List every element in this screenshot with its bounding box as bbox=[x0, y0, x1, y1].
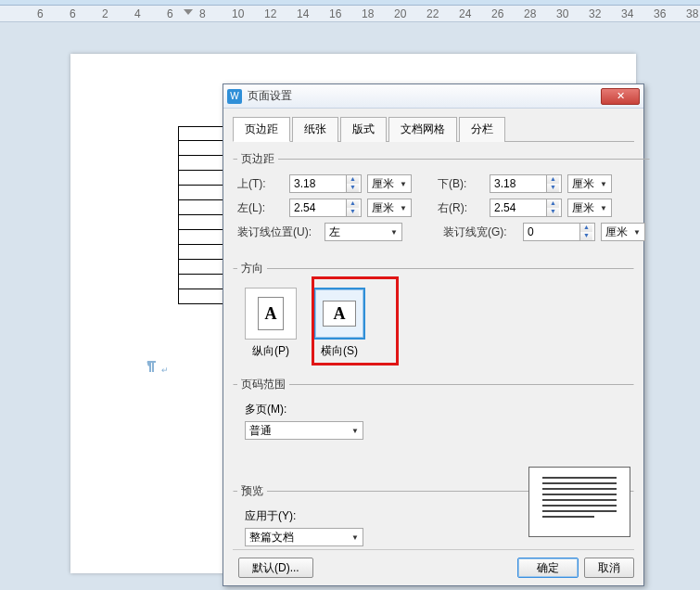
spin-down-icon[interactable]: ▼ bbox=[347, 208, 359, 216]
orientation-landscape[interactable]: A 横向(S) bbox=[313, 288, 365, 359]
paragraph-mark-icon: ↵ bbox=[146, 360, 169, 376]
tab-paper[interactable]: 纸张 bbox=[292, 117, 338, 142]
spin-up-icon[interactable]: ▲ bbox=[347, 175, 359, 184]
horizontal-ruler: 662468101214161820222426283032343638 bbox=[0, 6, 700, 22]
tab-layout[interactable]: 版式 bbox=[340, 117, 387, 142]
preview-thumbnail bbox=[528, 467, 630, 537]
left-input[interactable] bbox=[290, 199, 346, 216]
spin-up-icon[interactable]: ▲ bbox=[547, 199, 559, 208]
chevron-down-icon: ▼ bbox=[633, 228, 641, 237]
tab-strip: 页边距 纸张 版式 文档网格 分栏 bbox=[233, 116, 634, 142]
right-label: 右(R): bbox=[438, 200, 486, 216]
gutter-width-spinner[interactable]: ▲▼ bbox=[523, 223, 595, 241]
tab-columns[interactable]: 分栏 bbox=[459, 117, 505, 142]
top-input[interactable] bbox=[290, 175, 346, 192]
gutter-pos-label: 装订线位置(U): bbox=[237, 224, 321, 240]
spin-down-icon[interactable]: ▼ bbox=[547, 208, 559, 216]
chevron-down-icon: ▼ bbox=[600, 204, 607, 212]
spin-down-icon[interactable]: ▼ bbox=[547, 184, 559, 192]
page-setup-dialog: W 页面设置 ✕ 页边距 纸张 版式 文档网格 分栏 页边距 上(T): ▲▼ … bbox=[223, 83, 644, 586]
portrait-icon: A bbox=[258, 297, 284, 330]
spin-up-icon[interactable]: ▲ bbox=[580, 224, 592, 232]
ruler-indent-marker[interactable] bbox=[184, 9, 193, 15]
margins-group: 页边距 上(T): ▲▼ 厘米▼ 下(B): ▲▼ 厘米▼ 左(L): ▲▼ 厘… bbox=[233, 151, 650, 251]
chevron-down-icon: ▼ bbox=[400, 204, 407, 212]
right-unit-combo[interactable]: 厘米▼ bbox=[567, 199, 612, 217]
orientation-legend: 方向 bbox=[237, 261, 267, 276]
top-unit-combo[interactable]: 厘米▼ bbox=[367, 174, 412, 193]
chevron-down-icon: ▼ bbox=[390, 228, 398, 237]
left-label: 左(L): bbox=[237, 200, 286, 216]
landscape-icon: A bbox=[323, 301, 356, 327]
chevron-down-icon: ▼ bbox=[351, 427, 359, 435]
preview-legend: 预览 bbox=[237, 483, 267, 499]
spin-down-icon[interactable]: ▼ bbox=[347, 184, 359, 192]
tab-grid[interactable]: 文档网格 bbox=[388, 117, 457, 142]
multipage-combo[interactable]: 普通▼ bbox=[245, 421, 363, 440]
gutter-pos-combo[interactable]: 左▼ bbox=[325, 223, 402, 241]
landscape-label: 横向(S) bbox=[313, 343, 365, 359]
default-button[interactable]: 默认(D)... bbox=[238, 558, 313, 578]
spin-up-icon[interactable]: ▲ bbox=[547, 175, 559, 184]
gutter-width-input[interactable] bbox=[524, 224, 579, 240]
dialog-title: 页面设置 bbox=[248, 88, 601, 104]
bottom-spinner[interactable]: ▲▼ bbox=[490, 174, 562, 193]
orientation-group: 方向 A 纵向(P) A 横向(S) bbox=[233, 261, 634, 367]
page-range-group: 页码范围 多页(M): 普通▼ bbox=[233, 377, 634, 446]
ok-button[interactable]: 确定 bbox=[517, 558, 579, 578]
bottom-input[interactable] bbox=[490, 175, 546, 192]
orientation-portrait[interactable]: A 纵向(P) bbox=[245, 288, 297, 359]
left-unit-combo[interactable]: 厘米▼ bbox=[367, 199, 412, 217]
chevron-down-icon: ▼ bbox=[600, 180, 607, 188]
apply-to-combo[interactable]: 整篇文档▼ bbox=[245, 528, 363, 546]
bottom-unit-combo[interactable]: 厘米▼ bbox=[567, 174, 612, 193]
chevron-down-icon: ▼ bbox=[400, 180, 407, 188]
left-spinner[interactable]: ▲▼ bbox=[289, 199, 362, 217]
top-label: 上(T): bbox=[237, 176, 286, 192]
cancel-button[interactable]: 取消 bbox=[584, 558, 634, 578]
portrait-label: 纵向(P) bbox=[245, 343, 297, 359]
spin-down-icon[interactable]: ▼ bbox=[580, 232, 592, 240]
dialog-titlebar[interactable]: W 页面设置 ✕ bbox=[223, 84, 643, 109]
spin-up-icon[interactable]: ▲ bbox=[347, 199, 359, 208]
page-range-legend: 页码范围 bbox=[237, 377, 289, 392]
multipage-label: 多页(M): bbox=[245, 402, 622, 417]
close-button[interactable]: ✕ bbox=[601, 88, 640, 105]
gutter-width-label: 装订线宽(G): bbox=[443, 224, 519, 240]
tab-margins[interactable]: 页边距 bbox=[233, 117, 290, 142]
margins-legend: 页边距 bbox=[237, 151, 278, 167]
top-spinner[interactable]: ▲▼ bbox=[289, 174, 362, 193]
bottom-label: 下(B): bbox=[438, 176, 486, 192]
app-icon: W bbox=[227, 89, 242, 104]
right-input[interactable] bbox=[490, 199, 546, 216]
chevron-down-icon: ▼ bbox=[351, 533, 359, 542]
gutter-unit-combo[interactable]: 厘米▼ bbox=[601, 223, 645, 241]
right-spinner[interactable]: ▲▼ bbox=[490, 199, 562, 217]
